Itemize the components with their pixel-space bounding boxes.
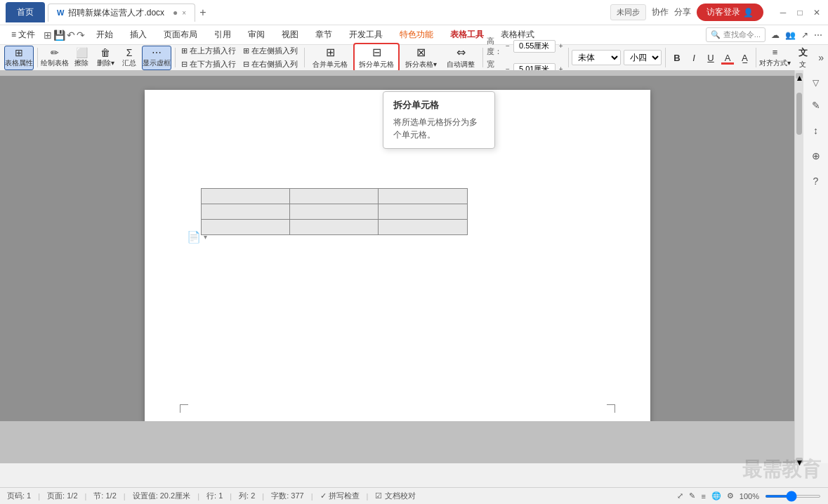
height-input[interactable] xyxy=(513,40,556,53)
italic-btn[interactable]: I xyxy=(686,50,702,65)
status-edit-icon[interactable]: ✎ xyxy=(689,491,695,500)
status-layout-icon[interactable]: ≡ xyxy=(701,492,705,500)
tab-reference[interactable]: 引用 xyxy=(206,26,239,44)
scroll-thumb[interactable] xyxy=(796,93,802,135)
font-color-btn[interactable]: A xyxy=(720,50,735,65)
tab-home[interactable]: 开始 xyxy=(88,26,121,44)
share-icon[interactable]: ↗ xyxy=(801,30,808,40)
toolbar-row-1: ⊞ 表格属性 ✏ 绘制表格 ⬜ 擦除 🗑 删除▾ Σ 汇总 ⋯ 显示虚框 ⊞ 在… xyxy=(0,45,828,70)
draw-table-btn[interactable]: ✏ 绘制表格 xyxy=(41,46,69,69)
table-cell[interactable] xyxy=(289,220,378,235)
search-cmd-box[interactable]: 🔍 查找命令... xyxy=(706,27,765,42)
zoom-level: 100% xyxy=(740,492,759,500)
tab-view[interactable]: 视图 xyxy=(273,26,307,44)
underline-btn[interactable]: U xyxy=(703,50,718,65)
table-cell[interactable] xyxy=(379,204,467,220)
sidebar-plus-btn[interactable]: ⊕ xyxy=(806,146,826,166)
status-settings-icon[interactable]: ⚙ xyxy=(727,491,734,500)
erase-btn[interactable]: ⬜ 擦除 xyxy=(70,46,93,69)
tab-layout[interactable]: 页面布局 xyxy=(155,26,206,44)
scroll-down-btn[interactable]: ▼ xyxy=(796,458,803,463)
table-cell[interactable] xyxy=(379,189,467,204)
login-btn[interactable]: 访客登录 👤 xyxy=(697,4,763,21)
status-spell[interactable]: ✓ 拼写检查 xyxy=(320,491,360,501)
height-plus-btn[interactable]: + xyxy=(558,42,565,50)
tab-devtools[interactable]: 开发工具 xyxy=(341,26,391,44)
toolbar-save[interactable]: 💾 xyxy=(53,29,65,41)
insert-above-btn[interactable]: ⊞ 在上方插入行 xyxy=(178,45,239,57)
status-web-icon[interactable]: 🌐 xyxy=(711,491,721,500)
toolbar-more-btn[interactable]: » xyxy=(818,52,824,63)
status-expand-icon[interactable]: ⤢ xyxy=(677,491,683,500)
collab-btn[interactable]: 协作 xyxy=(652,6,669,18)
sidebar-cursor-btn[interactable]: ↕ xyxy=(806,121,826,140)
font-name-select[interactable]: 未体 xyxy=(572,50,621,65)
home-tab[interactable]: 首页 xyxy=(6,2,45,22)
table-cell[interactable] xyxy=(201,220,289,235)
delete-btn[interactable]: 🗑 删除▾ xyxy=(94,46,117,69)
tab-review[interactable]: 审阅 xyxy=(239,26,273,44)
doc-tab[interactable]: W 招聘新媒体运营人才.docx ● × xyxy=(48,4,195,22)
sep4 xyxy=(482,48,483,67)
draw-table-icon: ✏ xyxy=(51,48,59,58)
tab-table-tool[interactable]: 表格工具 xyxy=(442,26,492,44)
toolbar-redo[interactable]: ↷ xyxy=(77,29,85,41)
tab-chapter[interactable]: 章节 xyxy=(307,26,341,44)
sidebar-help-btn[interactable]: ? xyxy=(806,171,826,191)
align-btn[interactable]: ≡ 对齐方式▾ xyxy=(760,46,790,69)
merge-cells-btn[interactable]: ⊞ 合并单元格 xyxy=(308,44,352,71)
height-minus-btn[interactable]: − xyxy=(504,42,511,50)
maximize-btn[interactable]: □ xyxy=(794,7,806,18)
minimize-btn[interactable]: ─ xyxy=(777,7,789,18)
toolbar-undo-history[interactable]: ⊞ xyxy=(44,29,52,41)
sync-status: 未同步 xyxy=(610,4,646,20)
height-label: 高度： xyxy=(487,36,502,57)
toolbar-undo[interactable]: ↶ xyxy=(67,29,75,41)
split-table-icon: ⊠ xyxy=(416,46,426,59)
summary-label: 汇总 xyxy=(122,58,136,68)
menu-file[interactable]: ≡ 文件 xyxy=(6,27,41,43)
split-cells-btn[interactable]: ⊟ 拆分单元格 xyxy=(353,43,400,72)
win-controls: ─ □ ✕ xyxy=(777,7,822,18)
more-icon[interactable]: ⋯ xyxy=(814,30,822,40)
auto-adjust-label: 自动调整 xyxy=(447,60,475,69)
sep6 xyxy=(665,48,666,67)
table-prop-label: 表格属性 xyxy=(5,58,33,68)
collab-icon[interactable]: 👥 xyxy=(785,30,796,40)
sidebar-edit-btn[interactable]: ✎ xyxy=(806,95,826,115)
share-btn[interactable]: 分享 xyxy=(674,6,691,18)
font-size-select[interactable]: 小四 xyxy=(624,50,662,65)
split-table-btn[interactable]: ⊠ 拆分表格▾ xyxy=(401,44,441,71)
text-dir-btn[interactable]: 文 文 xyxy=(791,45,814,71)
table-cell[interactable] xyxy=(289,189,378,204)
insert-left-btn[interactable]: ⊞ 在左侧插入列 xyxy=(240,45,301,57)
insert-left-label: 在左侧插入列 xyxy=(251,46,298,56)
tab-special[interactable]: 特色功能 xyxy=(391,26,442,44)
table-cell[interactable] xyxy=(289,204,378,220)
summary-btn[interactable]: Σ 汇总 xyxy=(118,46,140,69)
insert-below-btn[interactable]: ⊟ 在下方插入行 xyxy=(178,58,239,70)
scroll-up-btn[interactable]: ▲ xyxy=(796,73,803,79)
title-bar: 首页 W 招聘新媒体运营人才.docx ● × + 未同步 协作 分享 访客登录… xyxy=(0,0,828,25)
table-cell[interactable] xyxy=(201,189,289,204)
status-track[interactable]: ☑ 文档校对 xyxy=(375,491,415,501)
cursor-indicator: 📄 ▾ xyxy=(187,230,207,244)
new-tab-btn[interactable]: + xyxy=(199,6,206,19)
zoom-slider[interactable] xyxy=(765,495,821,498)
sidebar-filter-btn[interactable]: ▽ xyxy=(809,76,823,90)
close-btn[interactable]: ✕ xyxy=(811,7,822,18)
table-cell[interactable] xyxy=(201,204,289,220)
insert-right-btn[interactable]: ⊟ 在右侧插入列 xyxy=(240,58,301,70)
delete-icon: 🗑 xyxy=(100,48,110,58)
table-prop-btn[interactable]: ⊞ 表格属性 xyxy=(4,46,34,70)
auto-adjust-btn[interactable]: ⇔ 自动调整 xyxy=(442,44,479,71)
show-dashed-btn[interactable]: ⋯ 显示虚框 xyxy=(142,46,171,70)
table-cell[interactable] xyxy=(379,220,467,235)
bold-btn[interactable]: B xyxy=(669,50,685,65)
doc-tab-close[interactable]: × xyxy=(182,9,186,17)
highlight-btn[interactable]: A̲ xyxy=(737,50,752,65)
sep2 xyxy=(175,48,176,67)
tab-insert[interactable]: 插入 xyxy=(121,26,155,44)
doc-table[interactable] xyxy=(201,188,468,235)
scrollbar-vertical[interactable]: ▲ ▼ xyxy=(794,70,803,463)
